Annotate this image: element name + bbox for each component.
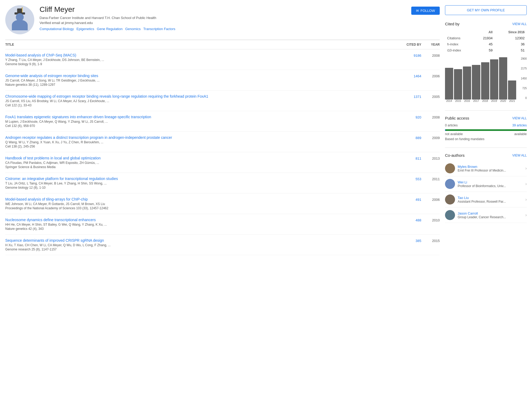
y-label-top: 2900 [521, 57, 527, 60]
chart-bar[interactable] [499, 57, 507, 99]
chart-bar[interactable] [463, 66, 471, 99]
chart-year-label: 2020 [499, 99, 507, 102]
chart-bar[interactable] [490, 59, 498, 99]
coauthor-name: Jason Carroll [458, 211, 523, 215]
paper-cited-count[interactable]: 9186 [395, 53, 421, 58]
paper-title[interactable]: Androgen receptor regulates a distinct t… [5, 135, 395, 140]
table-row: Nucleosome dynamics define transcription… [5, 214, 440, 235]
right-panel: GET MY OWN PROFILE Cited by VIEW ALL All… [445, 5, 527, 255]
public-access-view-all[interactable]: VIEW ALL [512, 116, 527, 120]
stats-row: Citations 21934 12302 [445, 35, 527, 41]
profile-tag[interactable]: Transcription Factors [143, 27, 175, 31]
paper-info: Genome-wide analysis of estrogen recepto… [5, 74, 395, 87]
coauthor-role: Assistant Professor, Roswell Par... [458, 200, 523, 203]
profile-tag[interactable]: Gene Regulation [97, 27, 123, 31]
coauthor-info: Myles Brown Emil Frei III Professor of M… [458, 165, 523, 172]
paper-title[interactable]: Handbook of test problems in local and g… [5, 156, 395, 160]
email-icon: ✉ [416, 9, 419, 13]
paper-cited-count[interactable]: 385 [395, 238, 421, 243]
paper-authors: JS Carroll, XS Liu, AS Brodsky, W Li, CA… [5, 99, 395, 103]
paper-info: Model-based analysis of tiling-arrays fo… [5, 197, 395, 210]
chart-bar[interactable] [445, 68, 453, 99]
chart-bar[interactable] [481, 62, 489, 99]
paper-title[interactable]: FoxA1 translates epigenetic signatures i… [5, 115, 395, 119]
table-row: Model-based analysis of ChIP-Seq (MACS) … [5, 49, 440, 70]
get-profile-button[interactable]: GET MY OWN PROFILE [445, 5, 527, 15]
chart-bar[interactable] [508, 80, 516, 99]
chart-year-label: 2018 [481, 99, 489, 102]
table-row: Sequence determinants of improved CRISPR… [5, 235, 440, 255]
follow-button[interactable]: ✉ FOLLOW [411, 7, 440, 15]
citations-view-all[interactable]: VIEW ALL [512, 22, 527, 26]
profile-header: Cliff Meyer Dana-Farber Cancer Institute… [5, 5, 440, 34]
coauthor-avatar [445, 179, 455, 189]
paper-title[interactable]: Sequence determinants of improved CRISPR… [5, 238, 395, 243]
access-note: Based on funding mandates [445, 137, 527, 141]
y-label-4: 725 [522, 87, 527, 90]
paper-cited-count[interactable]: 811 [395, 156, 421, 160]
paper-title[interactable]: Chromosome-wide mapping of estrogen rece… [5, 94, 395, 98]
paper-title[interactable]: Nucleosome dynamics define transcription… [5, 218, 395, 222]
stats-col-all: All [473, 29, 495, 35]
coauthor-name: Wei Li [458, 180, 523, 184]
paper-cited-count[interactable]: 553 [395, 177, 421, 181]
chart-bar[interactable] [454, 69, 462, 99]
coauthors-header: Co-authors VIEW ALL [445, 153, 527, 158]
stats-col-since: Since 2016 [495, 29, 527, 35]
chart-year-label: 2015 [454, 99, 462, 102]
access-labels: not available available [445, 132, 527, 136]
chart-year-label: 2014 [445, 99, 453, 102]
profile-info: Cliff Meyer Dana-Farber Cancer Institute… [40, 5, 406, 31]
citations-section-header: Cited by VIEW ALL [445, 22, 527, 26]
paper-info: Chromosome-wide mapping of estrogen rece… [5, 94, 395, 107]
coauthor-role: Professor of Bioinformatics, Univ... [458, 184, 523, 188]
paper-cited-count[interactable]: 488 [395, 218, 421, 222]
paper-authors: M Lupien, J Eeckhoute, CA Meyer, Q Wang,… [5, 120, 395, 124]
chevron-right-icon: › [525, 182, 527, 186]
table-row: Model-based analysis of tiling-arrays fo… [5, 193, 440, 214]
coauthors-list: Myles Brown Emil Frei III Professor of M… [445, 161, 527, 223]
chart-year-label: 2021 [508, 99, 516, 102]
profile-tags: Computational BiologyEpigeneticsGene Reg… [40, 27, 406, 31]
paper-journal: Nature genetics 42 (4), 343 [5, 227, 395, 231]
public-access-section: Public access VIEW ALL 0 articles 39 art… [445, 116, 527, 141]
paper-info: Model-based analysis of ChIP-Seq (MACS) … [5, 53, 395, 66]
coauthor-row[interactable]: Myles Brown Emil Frei III Professor of M… [445, 161, 527, 176]
coauthor-row[interactable]: Tao Liu Assistant Professor, Roswell Par… [445, 192, 527, 207]
table-row: Chromosome-wide mapping of estrogen rece… [5, 91, 440, 111]
paper-info: Nucleosome dynamics define transcription… [5, 218, 395, 231]
access-bar-available [446, 129, 527, 131]
paper-title[interactable]: Cistrome: an integrative platform for tr… [5, 177, 395, 181]
profile-name: Cliff Meyer [40, 5, 406, 14]
paper-title[interactable]: Model-based analysis of ChIP-Seq (MACS) [5, 53, 395, 57]
chart-year-label: 2017 [472, 99, 480, 102]
chevron-right-icon: › [525, 213, 527, 217]
profile-tag[interactable]: Genomics [125, 27, 141, 31]
y-label-2: 2175 [521, 67, 527, 70]
profile-tag[interactable]: Epigenetics [76, 27, 94, 31]
follow-label: FOLLOW [420, 9, 435, 13]
coauthors-view-all[interactable]: VIEW ALL [512, 154, 527, 157]
y-label-bottom: 0 [525, 97, 527, 99]
profile-tag[interactable]: Computational Biology [40, 27, 74, 31]
paper-title[interactable]: Model-based analysis of tiling-arrays fo… [5, 197, 395, 201]
stats-label: h-index [445, 41, 473, 47]
chevron-right-icon: › [525, 166, 527, 171]
stats-all: 21934 [473, 35, 495, 41]
paper-journal: Springer Science & Business Media [5, 165, 395, 169]
chart-bar[interactable] [472, 65, 480, 99]
citations-chart: 20142015201620172018201920202021 2900 21… [445, 57, 527, 104]
stats-row: h-index 45 36 [445, 41, 527, 47]
coauthor-row[interactable]: Jason Carroll Group Leader, Cancer Resea… [445, 207, 527, 223]
paper-cited-count[interactable]: 1464 [395, 74, 421, 78]
unavailable-count: 0 articles [445, 124, 458, 127]
stats-label: Citations [445, 35, 473, 41]
paper-cited-count[interactable]: 1371 [395, 94, 421, 99]
paper-info: Androgen receptor regulates a distinct t… [5, 135, 395, 148]
paper-title[interactable]: Genome-wide analysis of estrogen recepto… [5, 74, 395, 78]
paper-cited-count[interactable]: 491 [395, 197, 421, 202]
paper-cited-count[interactable]: 889 [395, 135, 421, 140]
paper-cited-count[interactable]: 920 [395, 115, 421, 119]
coauthor-row[interactable]: Wei Li Professor of Bioinformatics, Univ… [445, 176, 527, 192]
paper-journal: Cell 122 (1), 33-43 [5, 103, 395, 107]
